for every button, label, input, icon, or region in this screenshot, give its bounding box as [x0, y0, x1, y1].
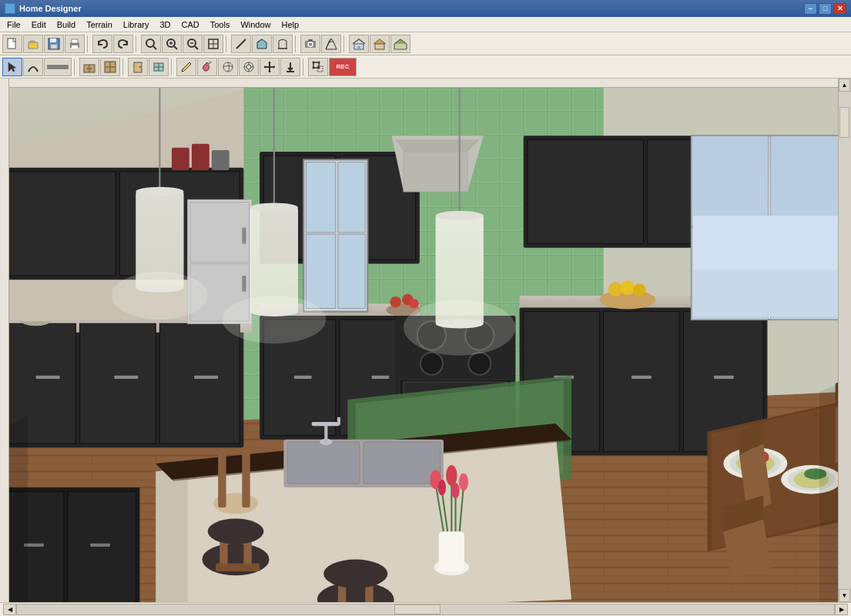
menu-library[interactable]: Library: [118, 18, 155, 31]
separator-1: [87, 35, 90, 52]
svg-rect-0: [8, 38, 15, 49]
pencil-tool-button[interactable]: [176, 58, 196, 76]
record-button[interactable]: REC: [329, 58, 357, 76]
svg-rect-3: [51, 45, 57, 49]
print-button[interactable]: [65, 35, 85, 53]
separator-4: [295, 35, 298, 52]
svg-marker-117: [396, 139, 480, 152]
scroll-up-button[interactable]: ▲: [839, 79, 850, 92]
svg-rect-112: [306, 162, 335, 233]
menu-cad[interactable]: CAD: [176, 18, 204, 31]
svg-point-61: [318, 61, 320, 63]
target-tool-button[interactable]: [239, 58, 259, 76]
maximize-button[interactable]: □: [819, 3, 832, 15]
measure-button[interactable]: [231, 35, 251, 53]
svg-rect-31: [357, 46, 360, 49]
house-3d-1-button[interactable]: [349, 35, 369, 53]
svg-point-170: [459, 473, 468, 490]
svg-point-44: [139, 66, 141, 68]
svg-rect-96: [242, 228, 246, 244]
redo-button[interactable]: [113, 35, 133, 53]
canvas-area[interactable]: [9, 79, 838, 602]
transform-tool-button[interactable]: [308, 58, 328, 76]
svg-rect-135: [632, 376, 652, 379]
move-tool-button[interactable]: [260, 58, 280, 76]
zoom-out-button[interactable]: [183, 35, 203, 53]
svg-line-29: [326, 38, 331, 49]
undo-button[interactable]: [92, 35, 112, 53]
scroll-thumb-horizontal[interactable]: [394, 604, 441, 614]
new-button[interactable]: [2, 35, 22, 53]
save-button[interactable]: [44, 35, 64, 53]
svg-rect-220: [68, 491, 136, 602]
door-tool-button[interactable]: [128, 58, 148, 76]
svg-rect-114: [306, 234, 335, 309]
material-tool-button[interactable]: [218, 58, 238, 76]
menu-tools[interactable]: Tools: [205, 18, 236, 31]
scroll-down-button[interactable]: ▼: [839, 589, 850, 602]
open-button[interactable]: [23, 35, 43, 53]
svg-rect-90: [194, 376, 218, 379]
perspective-button[interactable]: [321, 35, 341, 53]
menu-help[interactable]: Help: [276, 18, 305, 31]
svg-rect-33: [47, 65, 69, 69]
arc-tool-button[interactable]: [23, 58, 43, 76]
svg-rect-146: [693, 216, 838, 270]
svg-rect-103: [372, 376, 390, 379]
main-area: ▲ ▼: [0, 79, 851, 602]
select-tool-button[interactable]: [2, 58, 22, 76]
scroll-track-vertical[interactable]: [839, 92, 851, 589]
window-title: Home Designer: [19, 4, 804, 13]
house-3d-2-button[interactable]: [370, 35, 390, 53]
camera-button[interactable]: [300, 35, 320, 53]
svg-rect-127: [528, 139, 644, 243]
svg-rect-118: [404, 152, 467, 192]
cabinet-tool-button[interactable]: [79, 58, 99, 76]
scroll-right-button[interactable]: ▶: [835, 604, 848, 615]
bottom-scrollbar: ◀ ▶: [3, 603, 848, 616]
svg-rect-5: [72, 39, 78, 43]
svg-rect-162: [439, 531, 464, 571]
wall-tool-button[interactable]: [44, 58, 72, 76]
plan-button[interactable]: [252, 35, 272, 53]
svg-rect-102: [294, 376, 312, 379]
svg-rect-26: [308, 39, 313, 42]
svg-point-172: [451, 483, 459, 499]
svg-line-8: [153, 46, 156, 49]
scroll-thumb-vertical[interactable]: [839, 107, 849, 138]
window-tool-button[interactable]: [149, 58, 169, 76]
menu-build[interactable]: Build: [52, 18, 81, 31]
svg-rect-81: [192, 144, 209, 170]
svg-rect-32: [375, 44, 384, 49]
menu-terrain[interactable]: Terrain: [81, 18, 118, 31]
svg-rect-176: [216, 564, 260, 571]
separator-t2-2: [122, 59, 126, 75]
menu-file[interactable]: File: [2, 18, 26, 31]
svg-point-171: [438, 480, 446, 496]
toolbar-2: REC: [0, 55, 851, 79]
svg-line-28: [331, 38, 333, 42]
svg-rect-92: [20, 288, 52, 322]
zoom-fit-button[interactable]: [141, 35, 161, 53]
zoom-in-button[interactable]: [162, 35, 182, 53]
push-tool-button[interactable]: [280, 58, 300, 76]
separator-t2-1: [74, 59, 77, 75]
menu-3d[interactable]: 3D: [154, 18, 176, 31]
minimize-button[interactable]: −: [804, 3, 817, 15]
view-fit-button[interactable]: [203, 35, 223, 53]
menu-window[interactable]: Window: [235, 18, 276, 31]
cabinet-full-button[interactable]: [100, 58, 120, 76]
scroll-track-horizontal[interactable]: [16, 604, 835, 615]
house-3d-3-button[interactable]: [390, 35, 410, 53]
separator-2: [136, 35, 139, 52]
svg-rect-86: [80, 323, 156, 444]
scroll-left-button[interactable]: ◀: [3, 604, 16, 615]
svg-point-38: [87, 68, 89, 69]
svg-point-60: [313, 61, 315, 63]
elevation-button[interactable]: [273, 35, 293, 53]
svg-point-123: [468, 353, 491, 375]
menu-edit[interactable]: Edit: [26, 18, 52, 31]
close-button[interactable]: ✕: [833, 3, 846, 15]
svg-rect-179: [242, 451, 250, 507]
paint-tool-button[interactable]: [197, 58, 217, 76]
